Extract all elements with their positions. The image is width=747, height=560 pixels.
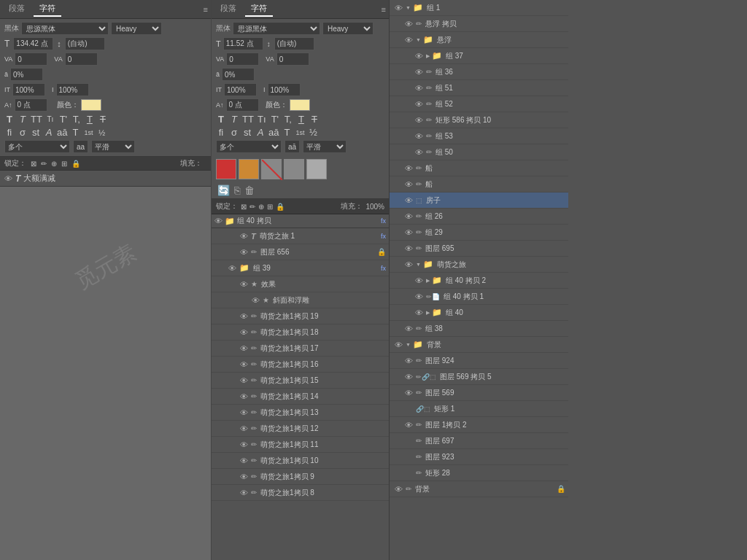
right-layer-item[interactable]: 👁 ✏🔗⬚ 图层 569 拷贝 5 bbox=[390, 369, 568, 385]
eye-icon[interactable]: 👁 bbox=[413, 292, 425, 301]
eye-icon[interactable]: 👁 bbox=[403, 324, 414, 333]
mid-lock3[interactable]: ⊕ bbox=[258, 203, 264, 211]
eye-icon[interactable]: 👁 bbox=[403, 260, 414, 269]
eye-icon-off[interactable]: 👁 bbox=[403, 405, 414, 413]
super2-icon[interactable]: 1st bbox=[83, 129, 93, 136]
right-layer-item[interactable]: 👁 ✏ 船 bbox=[390, 176, 568, 192]
italic-bot[interactable]: T bbox=[229, 114, 239, 125]
eye-icon[interactable]: 👁 bbox=[413, 308, 425, 317]
eye-icon[interactable]: 👁 bbox=[403, 244, 414, 253]
eye-icon[interactable]: 👁 bbox=[238, 376, 249, 385]
eye-icon[interactable]: 👁 bbox=[392, 485, 404, 494]
swatch-light[interactable] bbox=[306, 159, 327, 179]
eye-icon[interactable]: 👁 bbox=[403, 421, 414, 429]
trash-icon[interactable]: 🔄 bbox=[217, 184, 230, 196]
right-layer-item[interactable]: 👁 ▶📁 组 40 拷贝 2 bbox=[390, 273, 568, 289]
right-layer-item[interactable]: 👁 ⬚ 房子 bbox=[390, 192, 568, 209]
frac-bot[interactable]: T bbox=[282, 127, 292, 138]
swash-icon[interactable]: st bbox=[31, 127, 41, 138]
language-select-bot[interactable]: 多个 bbox=[216, 140, 282, 153]
aa-btn-bot[interactable]: aā bbox=[285, 140, 300, 153]
eye-icon[interactable]: 👁 bbox=[403, 20, 414, 28]
eye-icon[interactable]: 👁 bbox=[249, 296, 261, 305]
aa-button-top[interactable]: aa bbox=[73, 140, 88, 153]
mid-layer-item[interactable]: 👁 ✏ 萌货之旅1拷贝 11 bbox=[212, 437, 389, 453]
mid-layer-item[interactable]: 👁 ✏ 萌货之旅1拷贝 19 bbox=[212, 308, 389, 324]
right-layer-item[interactable]: 👁 ✏ 图层 1拷贝 2 bbox=[390, 417, 568, 433]
baseline-bot[interactable] bbox=[226, 98, 259, 112]
eye-icon-off[interactable]: 👁 bbox=[403, 437, 414, 446]
smallcaps-icon[interactable]: Tı bbox=[45, 115, 55, 123]
eye-icon[interactable]: 👁 bbox=[238, 424, 249, 433]
mid-layer-item[interactable]: 👁 ✏ 萌货之旅1拷贝 12 bbox=[212, 421, 389, 437]
italic-icon[interactable]: T bbox=[18, 114, 28, 125]
delete-icon[interactable]: 🗑 bbox=[244, 184, 255, 196]
eye-icon[interactable]: 👁 bbox=[238, 408, 249, 417]
right-layer-item[interactable]: 👁 ✏ 组 29 bbox=[390, 225, 568, 241]
tab-character-bot[interactable]: 字符 bbox=[245, 1, 273, 17]
mid-lock5[interactable]: 🔒 bbox=[276, 203, 285, 211]
tab-character-top[interactable]: 字符 bbox=[34, 1, 61, 17]
allcaps-icon[interactable]: TT bbox=[31, 114, 42, 125]
eye-icon[interactable]: 👁 bbox=[413, 100, 425, 109]
ligature-icon[interactable]: fi bbox=[4, 127, 15, 138]
eye-icon[interactable]: 👁 bbox=[238, 344, 249, 353]
vscale-bot[interactable] bbox=[268, 83, 301, 96]
super-icon[interactable]: T' bbox=[58, 114, 69, 125]
eye-icon[interactable]: 👁 bbox=[238, 280, 249, 289]
mid-layer-item[interactable]: 👁 📁 组 39 fx bbox=[212, 260, 389, 276]
eye-icon[interactable]: 👁 bbox=[238, 360, 249, 369]
right-layer-item[interactable]: 👁 🔗⬚ 矩形 1 bbox=[390, 401, 568, 417]
strike-icon[interactable]: T bbox=[98, 114, 108, 125]
eye-icon[interactable]: 👁 bbox=[238, 248, 249, 257]
mid-layer-item[interactable]: 👁 ✏ 萌货之旅1拷贝 16 bbox=[212, 357, 389, 373]
eye-icon[interactable]: 👁 bbox=[413, 68, 425, 77]
eye-icon[interactable]: 👁 bbox=[226, 264, 238, 273]
swatch-red[interactable] bbox=[216, 159, 236, 179]
half-icon[interactable]: ½ bbox=[96, 128, 107, 137]
strike-bot[interactable]: T bbox=[309, 114, 320, 125]
mid-lock2[interactable]: ✏ bbox=[249, 203, 255, 211]
right-layer-item[interactable]: 👁 ✏ 组 26 bbox=[390, 209, 568, 225]
mid-layer-item[interactable]: 👁 ★ 斜面和浮雕 bbox=[212, 292, 389, 308]
lock-icon1[interactable]: ⊠ bbox=[31, 160, 36, 168]
tracking-input[interactable] bbox=[15, 52, 47, 66]
right-layer-item[interactable]: 👁 ✏ 组 36 bbox=[390, 64, 568, 80]
mid-layer-item[interactable]: 👁 ✏ 萌货之旅1拷贝 8 bbox=[212, 485, 389, 501]
kerning-bot[interactable] bbox=[276, 52, 309, 66]
bold-icon[interactable]: T bbox=[4, 114, 15, 125]
mid-layer-item[interactable]: 👁 ✏ 图层 656 🔒 bbox=[212, 244, 389, 260]
panel-menu-bot[interactable]: ≡ bbox=[382, 5, 386, 14]
right-layer-item[interactable]: 👁 ▼📁 悬浮 bbox=[390, 32, 568, 48]
scale-bot[interactable] bbox=[222, 68, 255, 81]
eye-icon[interactable]: 👁 bbox=[392, 341, 404, 349]
ul-bot[interactable]: T bbox=[296, 114, 306, 125]
lock-icon2[interactable]: ✏ bbox=[41, 160, 47, 168]
eye-icon[interactable]: 👁 bbox=[403, 212, 414, 221]
eye-icon[interactable]: 👁 bbox=[238, 232, 249, 241]
mid-lock1[interactable]: ⊠ bbox=[241, 203, 247, 211]
eye-icon[interactable]: 👁 bbox=[238, 440, 249, 449]
mid-lock4[interactable]: ⊞ bbox=[267, 203, 273, 211]
kerning-input[interactable] bbox=[65, 52, 98, 66]
swatch-orange[interactable] bbox=[239, 159, 259, 179]
half-bot[interactable]: ½ bbox=[308, 127, 318, 138]
eye-icon[interactable]: 👁 bbox=[403, 228, 414, 237]
color-swatch-bot[interactable] bbox=[290, 99, 310, 111]
right-layer-item[interactable]: 👁 ✏📄 组 40 拷贝 1 bbox=[390, 289, 568, 305]
eye-icon[interactable]: 👁 bbox=[413, 148, 425, 157]
tab-paragraph-bot[interactable]: 段落 bbox=[214, 1, 242, 17]
eye-icon[interactable]: 👁 bbox=[403, 389, 414, 397]
right-layer-item[interactable]: 👁 ✏ 悬浮 拷贝 bbox=[390, 16, 568, 32]
eye-icon[interactable]: 👁 bbox=[413, 84, 425, 93]
mid-layer-item[interactable]: 👁 T 萌货之旅 1 fx bbox=[212, 228, 389, 244]
st-bot[interactable]: st bbox=[242, 127, 252, 138]
mid-layer-item[interactable]: 👁 ✏ 萌货之旅1拷贝 18 bbox=[212, 324, 389, 341]
eye-icon[interactable]: 👁 bbox=[403, 164, 414, 173]
right-layer-item[interactable]: 👁 ✏ 组 38 bbox=[390, 321, 568, 337]
tit-bot[interactable]: A bbox=[255, 127, 266, 138]
right-layer-item[interactable]: 👁 ▶📁 组 37 bbox=[390, 48, 568, 64]
smooth-select-top[interactable]: 平滑 bbox=[91, 140, 135, 153]
font-size-input[interactable] bbox=[13, 37, 53, 50]
hscale-input[interactable] bbox=[12, 83, 45, 96]
